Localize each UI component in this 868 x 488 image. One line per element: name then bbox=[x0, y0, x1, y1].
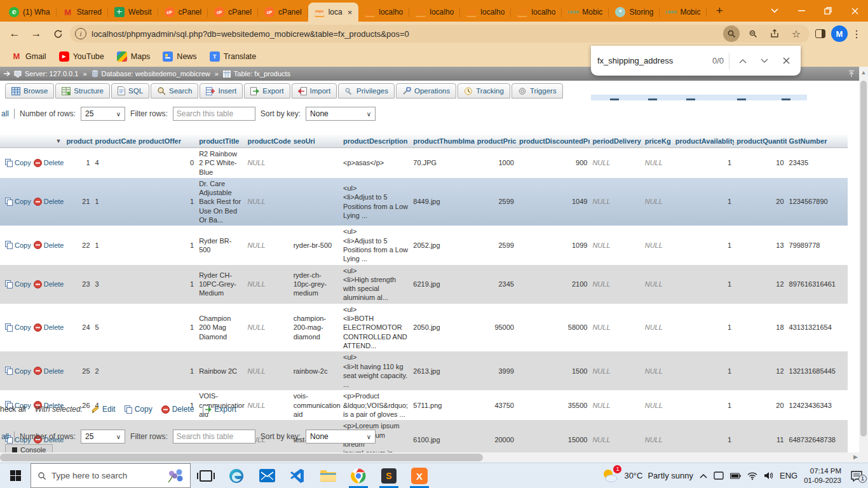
cell-desc[interactable]: <ul> <li>Adjust to 5 Positions from a Lo… bbox=[341, 226, 410, 264]
cell-offer[interactable]: 1 bbox=[136, 304, 196, 351]
cell-price[interactable]: 2345 bbox=[475, 265, 517, 304]
cell-code[interactable]: NULL bbox=[245, 390, 290, 420]
cell-seo[interactable] bbox=[291, 148, 341, 178]
horizontal-scrollbar[interactable]: ▶ bbox=[0, 452, 859, 463]
cell-gst[interactable]: 43131321654 bbox=[787, 304, 848, 351]
restore-button[interactable] bbox=[815, 0, 841, 22]
cell-price_kg[interactable]: NULL bbox=[642, 265, 673, 304]
cell-desc[interactable]: <ul> <li>BOTH ELECTROMOTOR CONTROLLED AN… bbox=[341, 304, 410, 351]
row-copy-link[interactable]: Copy bbox=[5, 158, 31, 167]
cell-qty[interactable]: 13 bbox=[734, 226, 786, 264]
cell-avail[interactable]: 1 bbox=[673, 178, 734, 226]
forward-icon[interactable]: → bbox=[27, 24, 46, 43]
bookmark-maps[interactable]: Maps bbox=[112, 49, 156, 64]
taskbar-app-vscode[interactable] bbox=[282, 463, 313, 488]
with-selected-delete-link[interactable]: Delete bbox=[161, 405, 194, 414]
start-button[interactable] bbox=[0, 463, 31, 488]
wifi-icon[interactable] bbox=[747, 472, 757, 480]
cell-id[interactable]: 23 bbox=[64, 265, 92, 304]
browser-tab-7[interactable]: PMAlocalho bbox=[358, 3, 409, 22]
column-header-seoUri[interactable]: seoUri bbox=[291, 135, 341, 148]
cell-seo[interactable] bbox=[291, 178, 341, 226]
cell-qty[interactable]: 12 bbox=[734, 265, 786, 304]
pma-tab-operations[interactable]: Operations bbox=[396, 83, 456, 98]
table-row[interactable]: CopyDelete2451Champion 200 Mag DiamondNU… bbox=[0, 304, 848, 351]
vertical-scrollbar-thumb[interactable] bbox=[860, 81, 867, 437]
cell-title[interactable]: Ryder CH-10PC-Grey-Medium bbox=[196, 265, 245, 304]
browser-tab-1[interactable]: MStarred bbox=[57, 3, 108, 22]
cell-desc[interactable]: <p>Product &ldquo;VOIS&rdquo; is a pair … bbox=[341, 390, 410, 420]
cell-qty[interactable]: 12 bbox=[734, 351, 786, 390]
cell-id[interactable]: 21 bbox=[64, 178, 92, 226]
breadcrumb-server[interactable]: Server: 127.0.0.1 bbox=[25, 70, 78, 78]
cell-seo[interactable]: champion-200-mag-diamond bbox=[291, 304, 341, 351]
column-header-productAvailablity[interactable]: productAvailablity bbox=[673, 135, 734, 148]
cell-discounted[interactable]: 58000 bbox=[517, 304, 590, 351]
row-delete-link[interactable]: Delete bbox=[34, 158, 64, 167]
cell-category[interactable]: 1 bbox=[93, 226, 136, 264]
filter-rows-input[interactable] bbox=[173, 107, 255, 121]
browser-tab-6[interactable]: PMAloca× bbox=[308, 3, 359, 22]
cell-seo[interactable]: ryder-ch-10pc-grey-medium bbox=[291, 265, 341, 304]
cell-img[interactable]: 2613.jpg bbox=[410, 351, 474, 390]
pma-tab-insert[interactable]: Insert bbox=[200, 83, 243, 98]
breadcrumb-database[interactable]: Database: websitedemo_mobicrew bbox=[102, 70, 210, 78]
browser-tab-13[interactable]: LOGOMobic bbox=[660, 3, 707, 22]
cell-price_kg[interactable]: NULL bbox=[642, 351, 673, 390]
cell-qty[interactable]: 20 bbox=[734, 390, 786, 420]
cell-id[interactable]: 25 bbox=[64, 351, 92, 390]
filter-rows-input[interactable] bbox=[173, 430, 255, 444]
zoom-icon[interactable] bbox=[745, 25, 761, 42]
row-delete-link[interactable]: Delete bbox=[34, 323, 64, 332]
cell-price[interactable]: 2599 bbox=[475, 226, 517, 264]
column-header-productTitle[interactable]: productTitle bbox=[196, 135, 245, 148]
cell-avail[interactable]: 1 bbox=[673, 351, 734, 390]
cell-price[interactable]: 1000 bbox=[475, 148, 517, 178]
pma-tab-privileges[interactable]: Privileges bbox=[338, 83, 395, 98]
column-header-productCategory[interactable]: productCategory bbox=[93, 135, 136, 148]
volume-icon[interactable] bbox=[764, 471, 773, 480]
with-selected-export-link[interactable]: Export bbox=[203, 405, 236, 414]
cell-title[interactable]: Dr. Care Adjustable Back Rest for Use On… bbox=[196, 178, 245, 226]
bookmark-youtube[interactable]: ▶YouTube bbox=[54, 49, 109, 64]
tab-search-chevron-icon[interactable] bbox=[761, 0, 788, 22]
pma-tab-browse[interactable]: Browse bbox=[5, 83, 54, 98]
find-input[interactable] bbox=[597, 56, 707, 65]
column-header-productOffer[interactable]: productOffer bbox=[136, 135, 196, 148]
cell-code[interactable]: NULL bbox=[245, 178, 290, 226]
scroll-to-top-icon[interactable] bbox=[848, 70, 855, 78]
cell-avail[interactable]: 1 bbox=[673, 265, 734, 304]
pma-tab-tracking[interactable]: Tracking bbox=[458, 83, 510, 98]
cell-title[interactable]: Rainbow 2C bbox=[196, 351, 245, 390]
address-bar[interactable]: i localhost/phpmyadmin/sql.php?db=websit… bbox=[70, 25, 810, 43]
row-copy-link[interactable]: Copy bbox=[5, 367, 31, 376]
site-info-icon[interactable]: i bbox=[75, 28, 86, 39]
cell-category[interactable]: 3 bbox=[93, 265, 136, 304]
cell-price_kg[interactable]: NULL bbox=[642, 390, 673, 420]
cell-title[interactable]: Ryder BR-500 bbox=[196, 226, 245, 264]
pma-tab-search[interactable]: Search bbox=[151, 83, 198, 98]
cell-img[interactable]: 70.JPG bbox=[410, 148, 474, 178]
cell-period[interactable]: NULL bbox=[590, 351, 642, 390]
cell-offer[interactable]: 1 bbox=[136, 351, 196, 390]
pma-tab-triggers[interactable]: Triggers bbox=[512, 83, 563, 98]
cell-offer[interactable]: 1 bbox=[136, 178, 196, 226]
cell-category[interactable]: 5 bbox=[93, 304, 136, 351]
vertical-scrollbar[interactable]: ▲ bbox=[859, 67, 868, 463]
find-in-page-icon[interactable] bbox=[723, 25, 740, 42]
cell-title[interactable]: Champion 200 Mag Diamond bbox=[196, 304, 245, 351]
cell-price[interactable]: 95000 bbox=[475, 304, 517, 351]
cell-img[interactable]: 8449.jpg bbox=[410, 178, 474, 226]
cell-img[interactable]: 5711.png bbox=[410, 390, 474, 420]
rows-per-page-select[interactable]: 25∨ bbox=[81, 430, 125, 444]
cell-discounted[interactable]: 2100 bbox=[517, 265, 590, 304]
new-tab-button[interactable]: + bbox=[710, 2, 728, 20]
scroll-right-arrow-icon[interactable]: ▶ bbox=[853, 454, 858, 460]
sort-by-key-select[interactable]: None∨ bbox=[306, 107, 376, 121]
pma-tab-sql[interactable]: SQL bbox=[111, 83, 149, 98]
cell-code[interactable]: NULL bbox=[245, 265, 290, 304]
task-view-button[interactable] bbox=[191, 463, 221, 488]
column-header-productDiscountedPrice[interactable]: productDiscountedPrice bbox=[517, 135, 590, 148]
close-button[interactable] bbox=[841, 0, 868, 22]
sort-options-icon[interactable]: ▼ bbox=[55, 138, 61, 144]
